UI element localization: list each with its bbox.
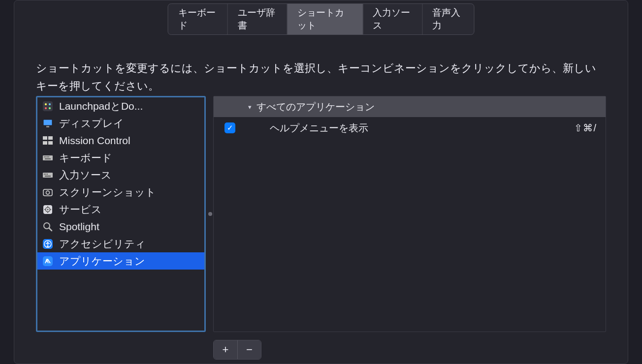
svg-rect-18 [44, 174, 45, 175]
display-icon [41, 117, 54, 130]
shortcut-enable-checkbox[interactable]: ✓ [225, 122, 235, 133]
svg-rect-16 [45, 158, 51, 159]
shortcut-row-label: ヘルプメニューを表示 [270, 121, 368, 135]
shortcut-key-combo[interactable]: ⇧⌘/ [574, 122, 597, 134]
svg-rect-5 [43, 120, 52, 125]
sidebar-item-label: LaunchpadとDo... [59, 99, 143, 113]
mission-control-icon [41, 134, 54, 147]
chevron-down-icon: ▾ [248, 103, 252, 111]
svg-rect-7 [43, 136, 47, 140]
tab-shortcuts[interactable]: ショートカット [288, 4, 363, 34]
sidebar-item-label: サービス [59, 203, 102, 216]
minus-icon: − [246, 343, 253, 356]
svg-rect-10 [48, 141, 53, 145]
svg-rect-20 [47, 174, 48, 175]
svg-rect-6 [46, 126, 49, 127]
svg-point-35 [47, 242, 49, 243]
applications-icon [41, 255, 54, 268]
tab-dictation[interactable]: 音声入力 [422, 4, 474, 34]
sidebar-item-keyboard[interactable]: キーボード [37, 149, 204, 166]
svg-rect-14 [47, 156, 48, 157]
sidebar-item-label: スクリーンショット [59, 185, 156, 199]
svg-rect-17 [43, 173, 53, 178]
add-remove-buttons: + − [213, 340, 261, 360]
sidebar-item-services[interactable]: サービス [37, 201, 204, 218]
svg-rect-11 [43, 155, 53, 160]
tab-dictation-label: 音声入力 [432, 6, 464, 32]
shortcut-detail: ▾ すべてのアプリケーション ✓ ヘルプメニューを表示 ⇧⌘/ [213, 96, 606, 332]
detail-group-header[interactable]: ▾ すべてのアプリケーション [214, 96, 606, 117]
keyboard-icon [41, 152, 54, 164]
screenshot-icon [41, 186, 54, 199]
svg-point-26 [47, 209, 49, 210]
shortcut-row[interactable]: ✓ ヘルプメニューを表示 ⇧⌘/ [214, 117, 606, 139]
tab-shortcuts-label: ショートカット [297, 6, 353, 32]
svg-point-3 [45, 107, 47, 109]
splitter-handle[interactable] [208, 212, 212, 216]
preferences-panel: キーボード ユーザ辞書 ショートカット 入力ソース 音声入力 ショートカットを変… [14, 0, 628, 364]
sidebar-item-accessibility[interactable]: アクセシビリティ [37, 235, 204, 252]
sidebar-item-display[interactable]: ディスプレイ [37, 115, 204, 132]
sidebar-item-label: アプリケーション [59, 254, 145, 268]
svg-rect-19 [45, 174, 46, 175]
svg-point-1 [45, 103, 47, 105]
detail-group-title: すべてのアプリケーション [257, 100, 375, 114]
sidebar-item-input-sources[interactable]: 入力ソース [37, 166, 204, 183]
sidebar-item-label: キーボード [59, 151, 112, 165]
sidebar-item-label: Mission Control [59, 135, 130, 147]
svg-point-4 [49, 107, 51, 109]
sidebar-item-label: ディスプレイ [59, 117, 124, 130]
add-button[interactable]: + [214, 340, 237, 359]
sidebar-item-screenshot[interactable]: スクリーンショット [37, 183, 204, 201]
sidebar-item-mission-control[interactable]: Mission Control [37, 132, 204, 149]
svg-rect-22 [43, 189, 52, 196]
tab-user-dict[interactable]: ユーザ辞書 [228, 4, 288, 34]
remove-button[interactable]: − [237, 340, 261, 359]
svg-point-2 [49, 103, 51, 105]
accessibility-icon [41, 238, 54, 250]
tab-input-sources-label: 入力ソース [373, 6, 412, 32]
svg-rect-12 [44, 156, 45, 157]
launchpad-icon [41, 100, 54, 113]
sidebar-item-label: 入力ソース [59, 168, 112, 182]
sidebar-item-spotlight[interactable]: Spotlight [37, 218, 204, 235]
svg-rect-21 [45, 176, 51, 177]
svg-rect-9 [43, 141, 47, 145]
tab-keyboard-label: キーボード [178, 6, 218, 32]
sidebar-item-applications[interactable]: アプリケーション [37, 252, 204, 270]
tab-user-dict-label: ユーザ辞書 [238, 6, 277, 32]
instruction-text: ショートカットを変更するには、ショートカットを選択し、キーコンビネーションをクリ… [36, 60, 606, 95]
tab-bar: キーボード ユーザ辞書 ショートカット 入力ソース 音声入力 [168, 3, 475, 35]
category-sidebar: LaunchpadとDo... ディスプレイ Mission Control キ… [36, 96, 206, 332]
svg-rect-8 [48, 136, 53, 140]
sidebar-item-label: Spotlight [59, 221, 99, 233]
svg-rect-0 [43, 101, 53, 111]
svg-rect-15 [48, 156, 49, 157]
tab-input-sources[interactable]: 入力ソース [363, 4, 422, 34]
spotlight-icon [41, 220, 54, 233]
plus-icon: + [223, 343, 229, 356]
sidebar-item-label: アクセシビリティ [59, 237, 146, 251]
svg-rect-13 [45, 156, 46, 157]
services-icon [41, 203, 54, 216]
sidebar-item-launchpad[interactable]: LaunchpadとDo... [37, 97, 204, 115]
tab-keyboard[interactable]: キーボード [168, 4, 228, 34]
input-sources-icon [41, 169, 54, 182]
svg-line-32 [49, 228, 52, 231]
